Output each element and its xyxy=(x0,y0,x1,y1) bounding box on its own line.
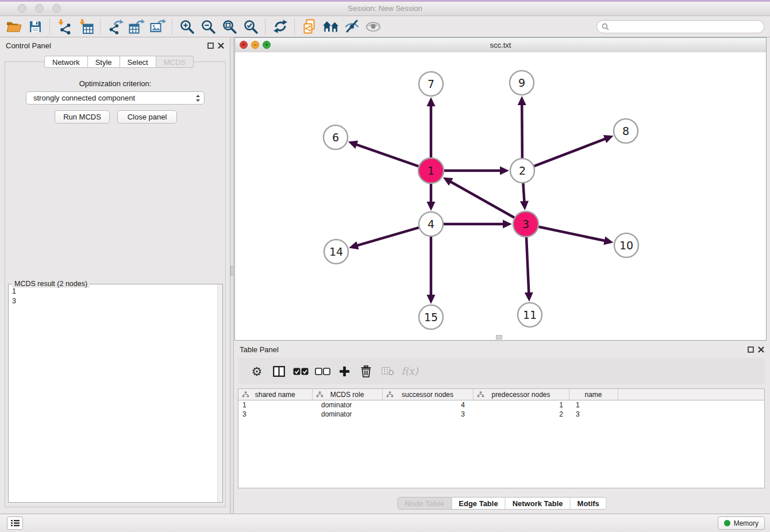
table-row[interactable]: 3dominator323 xyxy=(238,410,764,419)
open-session-button[interactable] xyxy=(3,18,25,36)
application-window: Session: New Session xyxy=(0,0,770,532)
tab-mcds[interactable]: MCDS xyxy=(156,56,194,68)
search-input[interactable] xyxy=(612,22,764,32)
select-all-button[interactable] xyxy=(290,361,311,381)
tab-motifs[interactable]: Motifs xyxy=(571,497,607,510)
task-history-button[interactable] xyxy=(7,516,23,530)
criterion-value: strongly connected component xyxy=(33,94,135,102)
table-cell[interactable]: 1 xyxy=(238,400,312,410)
unchecked-boxes-icon xyxy=(315,368,330,375)
table-cell[interactable]: 1 xyxy=(569,400,618,410)
run-mcds-button[interactable]: Run MCDS xyxy=(55,110,110,124)
apply-layout-button[interactable] xyxy=(270,18,291,36)
table-row[interactable]: 1dominator411 xyxy=(238,400,764,410)
zoom-out-button[interactable] xyxy=(198,18,219,36)
fit-selected-button[interactable] xyxy=(240,18,261,36)
toolbar-separator xyxy=(49,19,51,34)
graph-edge-4-14[interactable] xyxy=(356,228,419,246)
table-cell-filler xyxy=(618,400,764,410)
columns-icon xyxy=(273,366,285,377)
table-cell[interactable]: 1 xyxy=(473,400,569,410)
gear-icon: ⚙ xyxy=(252,365,263,377)
table-cell-filler xyxy=(618,410,764,419)
close-panel-icon[interactable] xyxy=(218,43,224,49)
float-panel-icon[interactable] xyxy=(207,43,214,49)
tab-style[interactable]: Style xyxy=(88,56,120,68)
tab-network-table[interactable]: Network Table xyxy=(506,497,571,510)
deselect-all-button[interactable] xyxy=(311,361,333,381)
hide-selected-button[interactable] xyxy=(341,18,363,36)
column-header-name[interactable]: name xyxy=(569,389,618,400)
export-image-icon xyxy=(150,19,166,34)
add-column-button[interactable] xyxy=(333,361,355,381)
tab-network[interactable]: Network xyxy=(44,56,88,68)
graph-edge-2-3[interactable] xyxy=(523,183,524,203)
zoom-in-button[interactable] xyxy=(176,18,198,36)
import-table-icon xyxy=(78,19,94,34)
splitter-handle[interactable] xyxy=(230,266,234,276)
network-canvas[interactable]: 7968124314101511 xyxy=(235,52,766,340)
fit-content-button[interactable] xyxy=(219,18,240,36)
table-cell[interactable]: 3 xyxy=(382,410,473,419)
window-title: Session: New Session xyxy=(0,4,770,13)
vertical-splitter[interactable] xyxy=(230,37,234,514)
table-cell[interactable]: 3 xyxy=(238,410,312,419)
export-table-button[interactable] xyxy=(126,18,147,36)
graph-edge-1-6[interactable] xyxy=(355,144,418,167)
criterion-select[interactable]: strongly connected component xyxy=(26,91,205,105)
graph-edge-3-1[interactable] xyxy=(449,181,514,218)
graph-node-label: 8 xyxy=(622,125,629,137)
graph-edge-2-8[interactable] xyxy=(534,138,607,166)
function-builder-button[interactable]: f(x) xyxy=(399,361,421,381)
fit-content-icon xyxy=(222,19,237,34)
show-column-panel-button[interactable] xyxy=(268,361,290,381)
export-network-button[interactable] xyxy=(105,18,126,36)
graph-edge-3-10[interactable] xyxy=(539,227,606,241)
result-scrollbar[interactable] xyxy=(217,284,222,502)
copy-network-icon xyxy=(302,19,317,34)
tab-node-table[interactable]: Node Table xyxy=(397,497,452,510)
table-settings-button[interactable]: ⚙ xyxy=(246,361,268,381)
search-field[interactable] xyxy=(596,20,764,33)
save-session-button[interactable] xyxy=(25,18,46,36)
tree-icon xyxy=(242,391,249,398)
tab-select[interactable]: Select xyxy=(120,56,156,68)
tree-icon xyxy=(386,391,394,398)
column-header-successor-nodes[interactable]: successor nodes xyxy=(382,389,473,400)
column-header-shared-name[interactable]: shared name xyxy=(238,389,312,400)
memory-button[interactable]: Memory xyxy=(718,516,765,530)
float-table-panel-icon[interactable] xyxy=(748,346,754,353)
tab-edge-table[interactable]: Edge Table xyxy=(452,497,505,510)
close-table-panel-icon[interactable] xyxy=(758,346,764,353)
table-cell[interactable]: 4 xyxy=(382,400,473,410)
delete-table-button[interactable] xyxy=(377,361,399,381)
table-cell[interactable]: 3 xyxy=(569,410,618,419)
new-network-from-selection-button[interactable] xyxy=(299,18,320,36)
close-panel-button[interactable]: Close panel xyxy=(117,110,177,124)
tree-icon xyxy=(477,391,484,398)
export-image-button[interactable] xyxy=(147,18,168,36)
import-network-button[interactable] xyxy=(54,18,75,36)
network-graph[interactable]: 7968124314101511 xyxy=(235,52,766,340)
tree-icon xyxy=(316,391,324,398)
column-header-mcds-role[interactable]: MCDS role xyxy=(312,389,382,400)
houses-icon xyxy=(322,20,340,33)
eye-icon xyxy=(365,22,381,32)
graph-edge-2-9[interactable] xyxy=(522,103,522,158)
plus-icon xyxy=(339,366,350,377)
network-view-titlebar[interactable]: ✕ − + scc.txt xyxy=(235,38,766,53)
graph-edge-3-11[interactable] xyxy=(526,237,529,294)
column-header-predecessor-nodes[interactable]: predecessor nodes xyxy=(473,389,569,400)
graph-edge-arrowhead xyxy=(427,295,436,304)
memory-status-dot xyxy=(724,520,730,526)
graph-node-label: 15 xyxy=(424,311,438,323)
table-cell[interactable]: dominator xyxy=(312,400,382,410)
canvas-resize-handle[interactable] xyxy=(496,335,502,340)
delete-column-button[interactable] xyxy=(355,361,377,381)
show-all-button[interactable] xyxy=(363,18,384,36)
graph-node-label: 3 xyxy=(522,218,529,230)
table-cell[interactable]: 2 xyxy=(473,410,569,419)
table-cell[interactable]: dominator xyxy=(312,410,382,419)
first-neighbors-button[interactable] xyxy=(320,18,341,36)
import-table-button[interactable] xyxy=(75,18,97,36)
